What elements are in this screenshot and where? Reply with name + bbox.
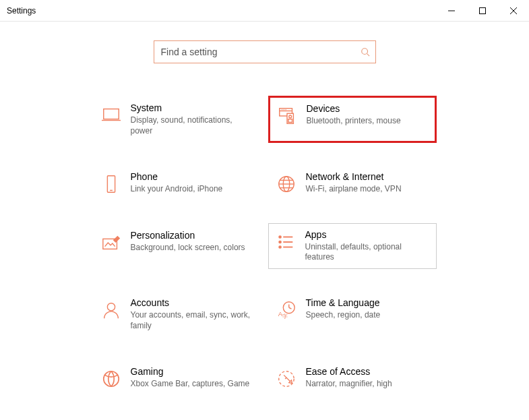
content-area: System Display, sound, notifications, po… (0, 22, 529, 396)
category-title: Network & Internet (306, 171, 402, 182)
close-icon (510, 7, 517, 14)
search-icon (361, 47, 370, 57)
minimize-icon (448, 7, 455, 14)
phone-icon (94, 171, 128, 195)
category-desc: Your accounts, email, sync, work, family (131, 310, 255, 331)
category-title: Apps (305, 229, 431, 240)
category-apps[interactable]: Apps Uninstall, defaults, optional featu… (268, 223, 437, 269)
ease-of-access-icon (270, 366, 303, 390)
svg-point-28 (279, 246, 281, 248)
system-icon (94, 102, 128, 136)
svg-line-38 (286, 378, 290, 382)
category-gaming[interactable]: Gaming Xbox Game Bar, captures, Game (93, 359, 261, 396)
category-devices[interactable]: Devices Bluetooth, printers, mouse (268, 96, 437, 143)
network-icon (270, 171, 303, 195)
svg-point-30 (107, 303, 115, 311)
category-title: Ease of Access (306, 366, 392, 377)
devices-icon (270, 103, 304, 136)
category-title: Accounts (131, 297, 255, 308)
category-title: Phone (131, 171, 223, 182)
category-personalization[interactable]: Personalization Background, lock screen,… (93, 223, 261, 269)
svg-point-36 (103, 371, 119, 387)
window-controls (436, 0, 529, 22)
maximize-icon (479, 7, 486, 14)
close-button[interactable] (498, 0, 529, 22)
svg-rect-6 (103, 109, 119, 119)
category-accounts[interactable]: Accounts Your accounts, email, sync, wor… (93, 291, 261, 338)
category-phone[interactable]: Phone Link your Android, iPhone (93, 164, 261, 202)
category-grid: System Display, sound, notifications, po… (93, 96, 437, 396)
svg-point-4 (361, 49, 367, 55)
category-desc: Bluetooth, printers, mouse (307, 116, 401, 127)
svg-rect-16 (107, 176, 115, 192)
minimize-button[interactable] (436, 0, 467, 22)
category-desc: Uninstall, defaults, optional features (305, 242, 431, 263)
svg-point-26 (279, 241, 281, 243)
svg-point-24 (279, 236, 281, 238)
category-network[interactable]: Network & Internet Wi-Fi, airplane mode,… (268, 164, 437, 202)
category-desc: Background, lock screen, colors (131, 243, 245, 253)
window-title: Settings (7, 6, 36, 16)
category-desc: Speech, region, date (306, 310, 381, 321)
category-desc: Narrator, magnifier, high (306, 379, 392, 390)
category-time[interactable]: A字 Time & Language Speech, region, date (268, 291, 437, 338)
category-title: Personalization (131, 230, 245, 241)
apps-icon (269, 229, 303, 263)
search-box[interactable] (154, 40, 376, 63)
category-desc: Xbox Game Bar, captures, Game (131, 379, 250, 390)
svg-line-5 (367, 54, 369, 57)
svg-rect-1 (480, 7, 486, 13)
search-input[interactable] (161, 47, 361, 57)
category-desc: Wi-Fi, airplane mode, VPN (306, 184, 402, 195)
gaming-icon (94, 366, 128, 390)
svg-point-37 (278, 371, 294, 387)
category-desc: Display, sound, notifications, power (131, 115, 255, 136)
time-language-icon: A字 (270, 297, 303, 331)
category-title: Gaming (131, 366, 250, 377)
category-desc: Link your Android, iPhone (131, 184, 223, 195)
category-ease-of-access[interactable]: Ease of Access Narrator, magnifier, high (268, 359, 437, 396)
category-system[interactable]: System Display, sound, notifications, po… (93, 96, 261, 143)
accounts-icon (94, 297, 128, 331)
category-title: System (131, 102, 255, 113)
personalization-icon (94, 230, 128, 262)
titlebar: Settings (0, 0, 529, 22)
maximize-button[interactable] (467, 0, 498, 22)
svg-text:字: 字 (282, 313, 288, 320)
category-title: Time & Language (306, 297, 381, 308)
category-title: Devices (307, 103, 401, 114)
svg-line-33 (288, 307, 291, 309)
